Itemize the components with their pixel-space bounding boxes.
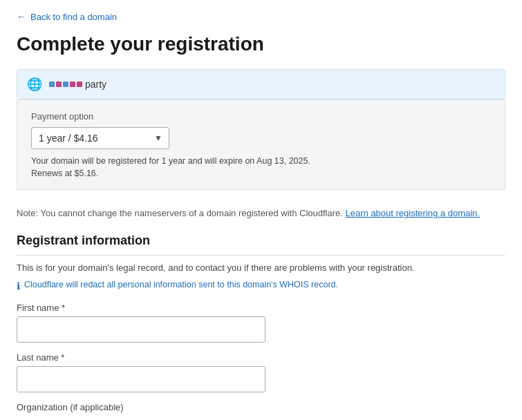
domain-name-block: party	[49, 79, 106, 90]
pixel-3	[63, 82, 68, 87]
last-name-label: Last name *	[17, 352, 505, 363]
back-link-label: Back to find a domain	[30, 12, 117, 22]
pixel-1	[49, 82, 55, 87]
first-name-label: First name *	[17, 303, 505, 313]
first-name-field-group: First name *	[17, 303, 505, 343]
pixel-2	[56, 82, 62, 87]
note-section: Note: You cannot change the nameservers …	[17, 201, 505, 228]
domain-pixels	[49, 82, 82, 87]
pixel-5	[77, 82, 82, 87]
payment-section: Payment option 1 year / $4.16 2 years / …	[17, 99, 505, 190]
payment-renews-text: Renews at $5.16.	[31, 169, 491, 178]
whois-notice-text: Cloudflare will redact all personal info…	[24, 280, 338, 289]
last-name-field-group: Last name *	[17, 352, 505, 392]
registrant-description: This is for your domain's legal record, …	[17, 262, 505, 273]
payment-select[interactable]: 1 year / $4.16 2 years / $8.32 3 years /…	[31, 127, 169, 149]
last-name-input[interactable]	[17, 366, 265, 392]
domain-banner: 🌐 party	[17, 69, 505, 99]
organization-label: Organization (if applicable)	[17, 402, 505, 412]
payment-option-label: Payment option	[31, 111, 491, 122]
pixel-4	[70, 82, 75, 87]
info-icon: ℹ	[17, 280, 20, 292]
note-static-text: Note: You cannot change the nameservers …	[17, 208, 343, 218]
payment-expiry-text: Your domain will be registered for 1 yea…	[31, 156, 491, 166]
registrant-section: Registrant information This is for your …	[17, 233, 505, 412]
back-link[interactable]: ← Back to find a domain	[17, 11, 505, 22]
learn-about-registering-link[interactable]: Learn about registering a domain.	[346, 208, 480, 218]
first-name-input[interactable]	[17, 316, 265, 343]
domain-label: party	[85, 79, 106, 90]
whois-notice: ℹ Cloudflare will redact all personal in…	[17, 280, 505, 292]
back-arrow-icon: ←	[17, 11, 26, 22]
registrant-title: Registrant information	[17, 233, 505, 256]
page-title: Complete your registration	[17, 33, 505, 55]
globe-icon: 🌐	[27, 77, 42, 92]
payment-select-wrapper: 1 year / $4.16 2 years / $8.32 3 years /…	[31, 127, 169, 149]
